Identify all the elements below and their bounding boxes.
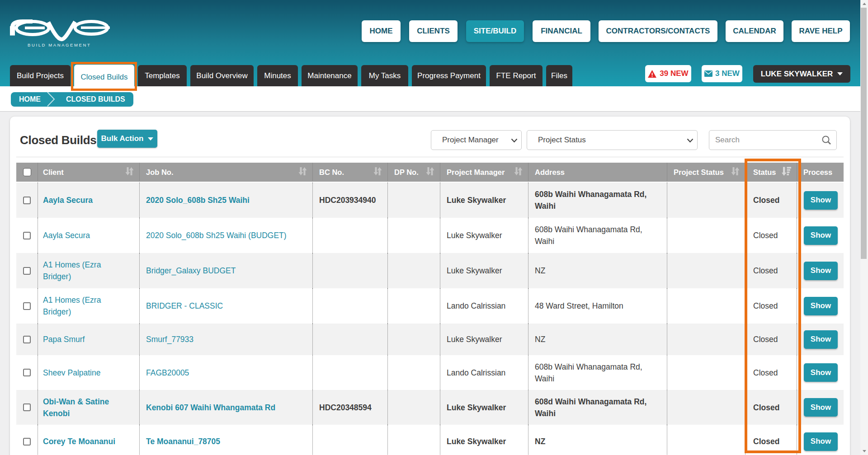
svg-text:BUILD MANAGEMENT: BUILD MANAGEMENT [28,42,91,47]
